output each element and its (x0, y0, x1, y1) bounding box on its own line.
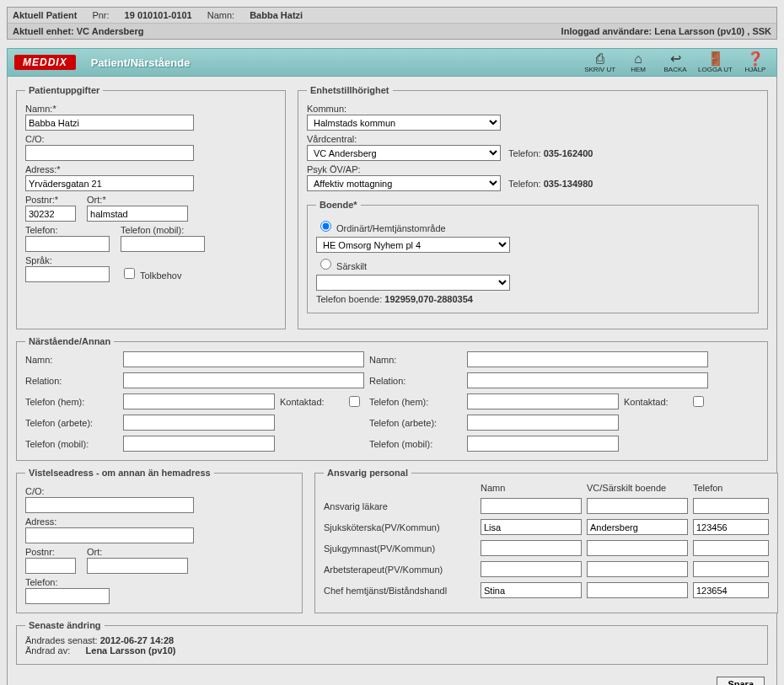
staff-3-vc[interactable] (587, 561, 688, 577)
postnr-label: Postnr:* (25, 195, 76, 205)
kin1-telmobil-input[interactable] (123, 436, 275, 452)
staff-2-namn[interactable] (481, 540, 582, 556)
vist-telefon-input[interactable] (25, 588, 110, 604)
sarskilt-select[interactable] (316, 275, 510, 291)
telefon-boende-label: Telefon boende: (316, 294, 382, 304)
senaste-fieldset: Senaste ändring Ändrades senast: 2012-06… (16, 620, 768, 665)
staff-1-vc[interactable] (587, 519, 688, 535)
vist-co-label: C/O: (25, 486, 293, 496)
kin2-relation-input[interactable] (467, 372, 708, 388)
psyk-select[interactable]: Affektiv mottagning (307, 175, 501, 191)
narstaende-fieldset: Närstående/Annan Namn: Namn: Relation: R… (16, 336, 768, 461)
hem-button[interactable]: ⌂ HEM (624, 52, 652, 73)
vist-ort-label: Ort: (87, 547, 188, 557)
staff-4-vc[interactable] (587, 582, 688, 598)
skriv-ut-button[interactable]: ⎙ SKRIV UT (584, 52, 615, 73)
staff-4-namn[interactable] (481, 582, 582, 598)
kin-relation-label: Relation: (25, 376, 118, 386)
kin1-kontaktad-checkbox[interactable] (347, 396, 362, 407)
staff-0-namn[interactable] (481, 498, 582, 514)
kin2-kontaktad-checkbox[interactable] (691, 396, 706, 407)
topbar: Aktuell Patient Pnr: 19 010101-0101 Namn… (7, 7, 777, 40)
andrad-av-value: Lena Larsson (pv10) (86, 645, 176, 656)
vist-co-input[interactable] (25, 497, 194, 513)
breadcrumb: Patient/Närstående (91, 56, 191, 69)
kin-namn-label-2: Namn: (369, 355, 462, 365)
vistelseadress-legend: Vistelseadress - om annan än hemadress (25, 468, 214, 478)
logga-ut-button[interactable]: 🚪 LOGGA UT (698, 52, 733, 73)
postnr-input[interactable] (25, 206, 76, 222)
staff-2-vc[interactable] (587, 540, 688, 556)
spara-button[interactable]: Spara (717, 677, 765, 685)
kin1-namn-input[interactable] (123, 351, 364, 367)
main-panel: Patientuppgifter Namn:* C/O: Adress:* Po… (7, 77, 777, 685)
vardcentral-tel-label: Telefon: (508, 148, 541, 158)
ordinart-radio[interactable] (320, 221, 331, 232)
sarskilt-radio[interactable] (320, 259, 331, 270)
telefon-mobil-input[interactable] (121, 236, 205, 252)
backa-button[interactable]: ↩ BACKA (661, 52, 690, 73)
kin2-telarbete-input[interactable] (467, 415, 619, 431)
kin-telmobil-label-2: Telefon (mobil): (369, 439, 462, 449)
kin-namn-label: Namn: (25, 355, 118, 365)
vist-postnr-input[interactable] (25, 558, 76, 574)
col-vc: VC/Särskilt boende (587, 483, 688, 493)
patientuppgifter-fieldset: Patientuppgifter Namn:* C/O: Adress:* Po… (16, 85, 286, 329)
kommun-select[interactable]: Halmstads kommun (307, 115, 501, 131)
enhetstillhorighet-fieldset: Enhetstillhörighet Kommun: Halmstads kom… (298, 85, 768, 329)
role-2: Sjukgymnast(PV/Kommun) (324, 543, 475, 554)
staff-0-tel[interactable] (693, 498, 769, 514)
vardcentral-select[interactable]: VC Andersberg (307, 145, 501, 161)
vardcentral-tel: 035-162400 (544, 148, 593, 158)
senaste-legend: Senaste ändring (25, 620, 105, 630)
sprak-input[interactable] (25, 266, 110, 282)
kin1-telarbete-input[interactable] (123, 415, 275, 431)
ordinart-label: Ordinärt/Hemtjänstområde (336, 223, 446, 233)
staff-3-tel[interactable] (693, 561, 769, 577)
staff-1-namn[interactable] (481, 519, 582, 535)
telefon-boende: 192959,070-2880354 (384, 294, 473, 304)
ansvarig-legend: Ansvarig personal (324, 468, 411, 478)
vist-ort-input[interactable] (87, 558, 188, 574)
pnr-label: Pnr: (92, 10, 109, 20)
kin2-namn-input[interactable] (467, 351, 708, 367)
ordinart-select[interactable]: HE Omsorg Nyhem pl 4 (316, 237, 510, 253)
vist-adress-input[interactable] (25, 527, 194, 543)
kin2-telmobil-input[interactable] (467, 436, 619, 452)
boende-legend: Boende* (316, 200, 361, 210)
kin-telarbete-label: Telefon (arbete): (25, 418, 118, 428)
kin-telhem-label-2: Telefon (hem): (369, 397, 462, 407)
col-tel: Telefon (693, 483, 769, 493)
staff-3-namn[interactable] (481, 561, 582, 577)
role-1: Sjuksköterska(PV/Kommun) (324, 522, 475, 532)
role-4: Chef hemtjänst/Biståndshandl (324, 586, 475, 596)
vist-adress-label: Adress: (25, 516, 293, 527)
staff-2-tel[interactable] (693, 540, 769, 556)
ort-input[interactable] (87, 206, 188, 222)
staff-1-tel[interactable] (693, 519, 769, 535)
door-icon: 🚪 (707, 52, 724, 66)
psyk-tel-label: Telefon: (508, 179, 541, 189)
kin2-telhem-input[interactable] (467, 393, 619, 409)
kin-telmobil-label: Telefon (mobil): (25, 439, 118, 449)
staff-4-tel[interactable] (693, 582, 769, 598)
col-namn: Namn (481, 483, 582, 493)
adress-input[interactable] (25, 175, 194, 191)
vistelseadress-fieldset: Vistelseadress - om annan än hemadress C… (16, 468, 303, 613)
namn-input[interactable] (25, 115, 194, 131)
adress-label: Adress:* (25, 164, 277, 174)
telefon-input[interactable] (25, 236, 110, 252)
ansvarig-fieldset: Ansvarig personal Namn VC/Särskilt boend… (314, 468, 778, 613)
hjalp-button[interactable]: ❓ HJÄLP (741, 52, 770, 73)
psyk-tel: 035-134980 (544, 179, 593, 189)
kin1-telhem-input[interactable] (123, 393, 275, 409)
namn-label: Namn:* (25, 104, 277, 114)
staff-0-vc[interactable] (587, 498, 688, 514)
co-label: C/O: (25, 134, 277, 144)
toolbar: MEDDIX Patient/Närstående ⎙ SKRIV UT ⌂ H… (7, 48, 777, 77)
pnr-value: 19 010101-0101 (125, 10, 192, 20)
co-input[interactable] (25, 145, 194, 161)
aktuell-enhet: Aktuell enhet: VC Andersberg (13, 26, 143, 36)
kin1-relation-input[interactable] (123, 372, 364, 388)
tolkbehov-checkbox[interactable] (124, 268, 135, 279)
